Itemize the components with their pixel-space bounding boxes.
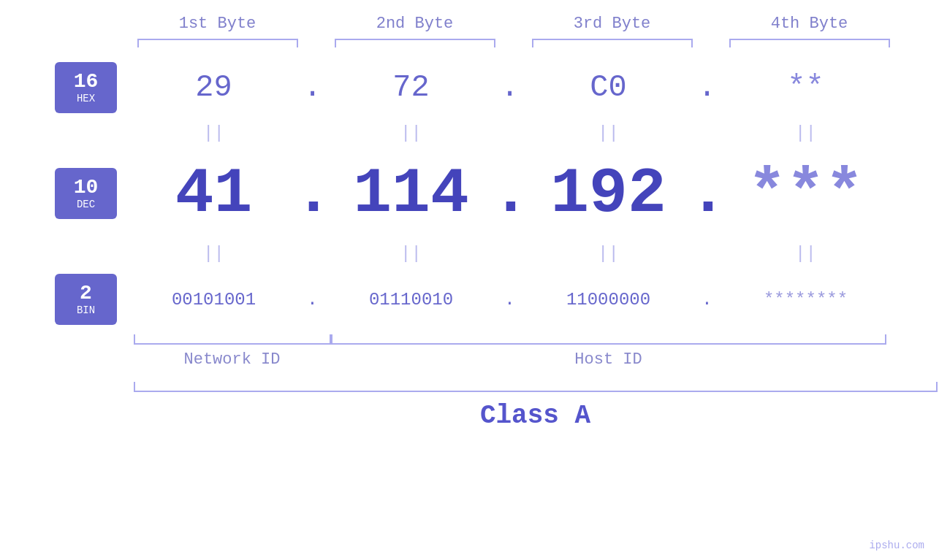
bin-base-label: BIN [77, 304, 95, 316]
byte2-header: 2nd Byte [335, 15, 495, 33]
hex-b1: 29 [134, 70, 294, 105]
top-bracket-2 [335, 39, 495, 47]
hex-base-label: HEX [77, 93, 95, 104]
bin-dot-2: . [492, 290, 528, 310]
network-id-label: Network ID [134, 350, 331, 369]
dec-b4: *** [726, 158, 886, 230]
eq-2-b3: || [528, 244, 689, 264]
viz-wrapper: 1st Byte 2nd Byte 3rd Byte 4th Byte 16 H… [9, 15, 930, 431]
eq-2-b2: || [331, 244, 492, 264]
dec-dot-2: . [492, 158, 528, 230]
hex-dot-3: . [689, 70, 726, 105]
bin-dot-1: . [294, 290, 331, 310]
host-id-label: Host ID [331, 350, 886, 369]
hex-base-number: 16 [74, 71, 99, 93]
dec-b3: 192 [528, 158, 689, 230]
eq-1-b3: || [528, 123, 689, 143]
bottom-labels-row: Network ID Host ID [134, 350, 930, 369]
dec-base-number: 10 [74, 177, 99, 199]
dec-badge-col: 10 DEC [39, 168, 134, 219]
dec-values: 41 . 114 . 192 . *** [134, 158, 930, 230]
bin-dot-3: . [689, 290, 726, 310]
hex-badge-col: 16 HEX [39, 62, 134, 113]
hex-b2: 72 [331, 70, 492, 105]
top-bracket-1 [137, 39, 298, 47]
bin-base-number: 2 [80, 283, 92, 305]
class-label: Class A [134, 401, 938, 431]
hex-data-section: 16 HEX 29 . 72 . C0 . ** [39, 58, 930, 117]
hex-values: 29 . 72 . C0 . ** [134, 70, 930, 105]
bin-b4: ******** [726, 290, 886, 310]
hex-b3: C0 [528, 70, 689, 105]
hex-badge: 16 HEX [55, 62, 117, 113]
eq-row-2: || || || || [134, 237, 930, 270]
eq-row-1: || || || || [134, 117, 930, 150]
bin-b1: 00101001 [134, 290, 294, 310]
class-section: Class A [134, 382, 938, 431]
bin-badge-col: 2 BIN [39, 274, 134, 325]
host-id-bracket [331, 334, 886, 345]
bin-b3: 11000000 [528, 290, 689, 310]
bottom-brackets-row [134, 334, 930, 345]
dec-b1: 41 [134, 158, 294, 230]
dec-dot-1: . [294, 158, 331, 230]
bin-badge: 2 BIN [55, 274, 117, 325]
hex-b4: ** [726, 70, 886, 105]
top-bracket-4 [729, 39, 890, 47]
main-container: 1st Byte 2nd Byte 3rd Byte 4th Byte 16 H… [0, 0, 939, 560]
eq-1-b2: || [331, 123, 492, 143]
dec-badge: 10 DEC [55, 168, 117, 219]
bin-data-section: 2 BIN 00101001 . 01110010 . 11000000 . *… [39, 270, 930, 329]
eq-2-b4: || [726, 244, 886, 264]
eq-2-b1: || [134, 244, 294, 264]
dec-base-label: DEC [77, 199, 95, 210]
bin-b2: 01110010 [331, 290, 492, 310]
dec-data-section: 10 DEC 41 . 114 . 192 . *** [39, 150, 930, 237]
class-bracket [134, 382, 938, 392]
hex-dot-2: . [492, 70, 528, 105]
header-row: 1st Byte 2nd Byte 3rd Byte 4th Byte [137, 15, 930, 33]
eq-1-b1: || [134, 123, 294, 143]
dec-b2: 114 [331, 158, 492, 230]
top-bracket-3 [532, 39, 693, 47]
byte3-header: 3rd Byte [532, 15, 693, 33]
network-id-bracket [134, 334, 331, 345]
hex-dot-1: . [294, 70, 331, 105]
dec-dot-3: . [689, 158, 726, 230]
byte4-header: 4th Byte [729, 15, 890, 33]
byte1-header: 1st Byte [137, 15, 298, 33]
bin-values: 00101001 . 01110010 . 11000000 . *******… [134, 290, 930, 310]
top-brackets-row [137, 39, 930, 47]
watermark: ipshu.com [869, 540, 924, 551]
eq-1-b4: || [726, 123, 886, 143]
